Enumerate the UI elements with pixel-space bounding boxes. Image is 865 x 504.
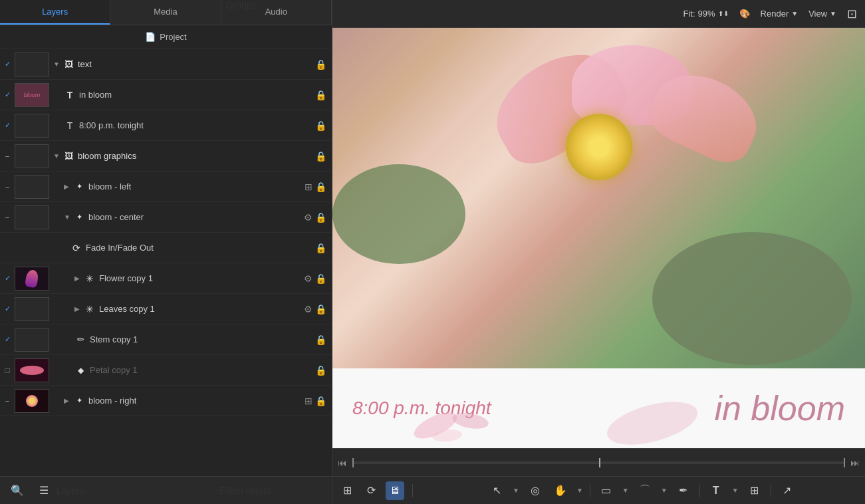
lock-icon[interactable]: 🔒 [315,396,326,406]
lock-icon[interactable]: 🔒 [315,304,326,315]
fit-control[interactable]: Fit: 99% ⬆⬇ [683,9,729,19]
expand-arrow[interactable]: ▼ [53,152,62,160]
text-chevron[interactable]: ▼ [732,487,739,494]
timeline-marker-start [352,458,354,467]
top-toolbar: Fit: 99% ⬆⬇ 🎨 Render ▼ View ▼ ⊡ [332,0,865,28]
loop-button[interactable]: ⟳ [362,481,380,500]
layout-button[interactable]: ⊡ [847,7,857,21]
right-panel: Fit: 99% ⬆⬇ 🎨 Render ▼ View ▼ ⊡ [332,0,865,504]
layer-indent: T 8:00 p.m. tonight [53,120,315,132]
toolbar-separator-3 [699,484,700,497]
layer-checkbox[interactable]: □ [0,366,15,375]
particle-icon: ✳ [84,303,96,315]
render-button[interactable]: Render ▼ [761,9,799,19]
gear-icon[interactable]: ⚙ [304,212,312,223]
expand-arrow[interactable]: ▼ [53,61,62,68]
layer-actions: 🔒 [315,151,326,162]
lock-icon[interactable]: 🔒 [315,334,326,345]
layer-actions: 🔒 [315,120,326,131]
layer-row[interactable]: − ▼ 🖼 bloom graphics 🔒 [0,141,332,172]
layers-view-button[interactable]: ☰ [35,481,53,500]
layer-checkbox[interactable]: ✓ [0,274,15,283]
fit-stepper-icon[interactable]: ⬆⬇ [718,10,729,17]
view-button[interactable]: View ▼ [808,9,836,19]
tab-audio[interactable]: Audio [221,0,332,25]
layer-checkbox[interactable]: − [0,183,15,191]
layer-row[interactable]: ✓ ▼ 🖼 text 🔒 [0,49,332,80]
expand-arrow[interactable]: ▼ [64,213,73,221]
stack-icon[interactable]: ⊞ [305,396,312,406]
rect-tool-button[interactable]: ▭ [597,481,616,500]
curve-tool-button[interactable]: ⌒ [636,481,654,500]
expand-arrow[interactable]: ▶ [74,275,84,282]
layer-type-icon: 🖼 [62,59,74,70]
lock-icon[interactable]: 🔒 [315,120,326,131]
lock-icon[interactable]: 🔒 [315,212,326,223]
layer-row[interactable]: − ▼ ✦ bloom - center ⚙ 🔒 [0,202,332,233]
layer-row[interactable]: · ⟳ Fade In/Fade Out 🔒 [0,233,332,263]
lock-icon[interactable]: 🔒 [315,365,326,376]
layer-row[interactable]: ✓ bloom T in bloom 🔒 [0,80,332,110]
layer-row[interactable]: − ▶ ✦ bloom - left ⊞ 🔒 [0,172,332,202]
search-button[interactable]: 🔍 [8,481,27,500]
lock-icon[interactable]: 🔒 [315,59,326,70]
layer-row[interactable]: ✓ ✏ Stem copy 1 🔒 [0,324,332,355]
timeline-end-marker[interactable]: ⏭ [850,457,860,468]
gear-icon[interactable]: ⚙ [304,273,312,284]
layer-thumb [15,114,49,138]
text-tool-button[interactable]: T [707,481,725,500]
render-label: Render [761,9,789,19]
layer-thumb [15,358,49,382]
select-chevron[interactable]: ▼ [513,487,519,494]
hand-tool-button[interactable]: ✋ [551,481,570,500]
lock-icon[interactable]: 🔒 [315,151,326,162]
layers-panel[interactable]: 📄 Project ✓ ▼ 🖼 text 🔒 [0,25,332,476]
timeline-bar[interactable] [352,461,845,464]
layer-row[interactable]: − ▶ ✦ bloom - right ⊞ 🔒 [0,386,332,416]
layer-checkbox[interactable]: − [0,397,15,405]
hand-chevron[interactable]: ▼ [576,487,583,494]
grid-view-button[interactable]: ⊞ [338,481,356,500]
layer-row[interactable]: ✓ T 8:00 p.m. tonight 🔒 [0,110,332,141]
select-tool-button[interactable]: ↖ [487,481,506,500]
pen-tool-button[interactable]: ✒ [674,481,693,500]
curve-chevron[interactable]: ▼ [661,487,668,494]
layer-row[interactable]: ✓ ▶ ✳ Flower copy 1 ⚙ 🔒 [0,263,332,294]
layer-row[interactable]: □ ◆ Petal copy 1 🔒 [0,355,332,386]
behavior-icon: ⟳ [70,242,82,254]
layer-checkbox[interactable]: ✓ [0,305,15,313]
rect-chevron[interactable]: ▼ [622,487,629,494]
layer-checkbox[interactable]: ✓ [0,121,15,130]
layer-checkbox[interactable]: ✓ [0,335,15,344]
timeline-start-marker[interactable]: ⏮ [338,457,347,468]
layer-name: bloom - left [88,182,131,191]
layer-checkbox[interactable]: − [0,213,15,221]
lock-icon[interactable]: 🔒 [315,90,326,100]
gear-icon[interactable]: ⚙ [304,304,312,315]
layer-checkbox[interactable]: ✓ [0,90,15,99]
render-chevron: ▼ [791,10,798,17]
expand-arrow[interactable]: ▶ [64,397,73,404]
stack-icon[interactable]: ⊞ [305,182,312,192]
monitor-button[interactable]: 🖥 [386,481,404,500]
tab-layers[interactable]: Layers [0,0,110,25]
tab-media[interactable]: Media [110,0,221,25]
lasso-tool-button[interactable]: ◎ [526,481,545,500]
layer-checkbox[interactable]: · [0,244,15,252]
color-picker-button[interactable]: 🎨 [739,9,750,19]
expand-arrow[interactable]: ▶ [64,183,73,190]
expand-button[interactable]: ↗ [778,481,797,500]
layer-row[interactable]: ✓ ▶ ✳ Leaves copy 1 ⚙ 🔒 [0,294,332,324]
composite-tool-button[interactable]: ⊞ [745,481,764,500]
layer-checkbox[interactable]: ✓ [0,60,15,68]
toolbar-separator-4 [771,484,771,497]
layer-indent: ▶ ✦ bloom - left [53,181,305,193]
lock-icon[interactable]: 🔒 [315,243,326,253]
bottom-left-tools: ⊞ ⟳ 🖥 [338,481,404,500]
layer-actions: ⚙ 🔒 [304,273,326,284]
layer-checkbox[interactable]: − [0,152,15,160]
timeline-marker-mid [599,458,600,467]
lock-icon[interactable]: 🔒 [315,273,326,284]
expand-arrow[interactable]: ▶ [74,305,84,313]
lock-icon[interactable]: 🔒 [315,182,326,192]
